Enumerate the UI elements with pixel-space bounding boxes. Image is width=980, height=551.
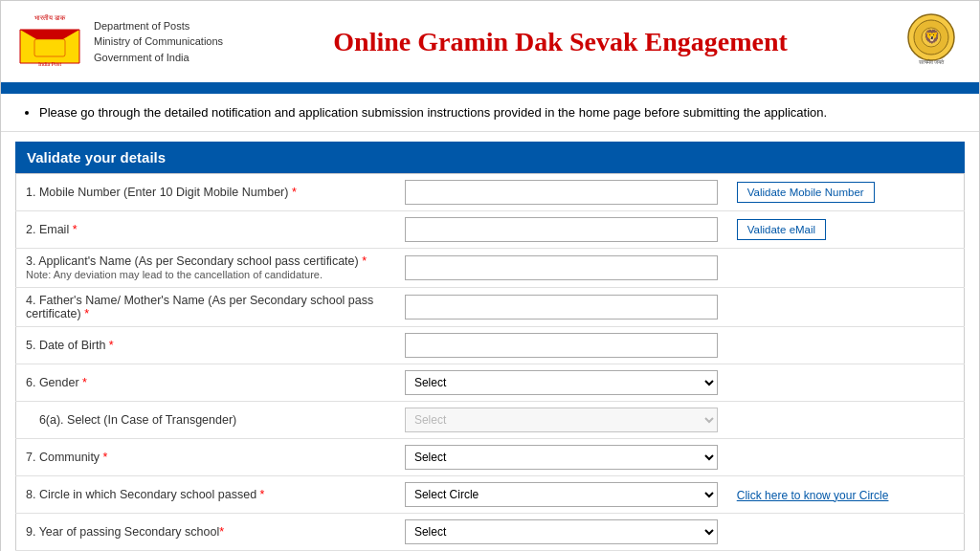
table-row: 9. Year of passing Secondary school* Sel… — [16, 514, 965, 551]
field-input-cell-mobile — [395, 174, 727, 211]
mobile-number-input[interactable] — [405, 180, 718, 205]
field-label-mobile: 1. Mobile Number (Enter 10 Digit Mobile … — [16, 174, 395, 211]
field-label-name: 3. Applicant's Name (As per Secondary sc… — [16, 249, 395, 288]
field-input-cell-transgender: Select — [395, 402, 727, 439]
page-wrapper: भारतीय डाक India Post Department of Post… — [0, 0, 980, 551]
svg-text:भारतीय डाक: भारतीय डाक — [34, 14, 66, 22]
applicant-name-input[interactable] — [405, 255, 718, 280]
table-row: 1. Mobile Number (Enter 10 Digit Mobile … — [16, 174, 965, 211]
form-section: Validate your details 1. Mobile Number (… — [1, 132, 979, 551]
field-label-dob: 5. Date of Birth * — [16, 327, 395, 364]
table-row: 6(a). Select (In Case of Transgender) Se… — [16, 402, 965, 439]
year-select[interactable]: Select — [405, 519, 718, 544]
logo-ministry: Ministry of Communications — [94, 33, 223, 50]
form-table: 1. Mobile Number (Enter 10 Digit Mobile … — [15, 173, 965, 551]
field-input-cell-gender: Select Male Female Transgender — [395, 364, 727, 402]
blue-divider — [1, 86, 979, 94]
field-label-gender: 6. Gender * — [16, 364, 395, 402]
ashoka-emblem-icon: 🦁 सत्यमेव जयते — [901, 11, 963, 73]
email-input[interactable] — [405, 217, 718, 242]
field-label-transgender: 6(a). Select (In Case of Transgender) — [16, 402, 395, 439]
table-row: 8. Circle in which Secondary school pass… — [16, 476, 965, 514]
field-action-cell-email: Validate eMail — [727, 211, 965, 249]
field-label-circle: 8. Circle in which Secondary school pass… — [16, 476, 395, 514]
field-input-cell-dob — [395, 327, 727, 364]
field-input-cell-parent-name — [395, 288, 727, 327]
field-input-cell-year: Select — [395, 514, 727, 551]
circle-select[interactable]: Select Circle — [405, 482, 718, 507]
dob-input[interactable] — [405, 333, 718, 358]
logo-govt: Government of India — [94, 50, 223, 66]
table-row: 3. Applicant's Name (As per Secondary sc… — [16, 249, 965, 288]
field-input-cell-community: Select General OBC SC ST — [395, 439, 727, 476]
header-logo: भारतीय डाक India Post Department of Post… — [15, 11, 223, 73]
field-action-cell-mobile: Validate Mobile Number — [727, 174, 965, 211]
ashoka-emblem: 🦁 सत्यमेव जयते — [898, 11, 965, 73]
svg-text:🦁: 🦁 — [923, 29, 940, 45]
field-label-community: 7. Community * — [16, 439, 395, 476]
field-label-email: 2. Email * — [16, 211, 395, 249]
notice-bar: Please go through the detailed notificat… — [1, 94, 979, 132]
field-label-year: 9. Year of passing Secondary school* — [16, 514, 395, 551]
section-title: Validate your details — [15, 142, 965, 173]
svg-text:India Post: India Post — [38, 61, 62, 67]
india-post-logo-icon: भारतीय डाक India Post — [15, 11, 84, 73]
table-row: 5. Date of Birth * — [16, 327, 965, 364]
svg-rect-4 — [34, 39, 65, 56]
table-row: 7. Community * Select General OBC SC ST — [16, 439, 965, 476]
know-circle-link[interactable]: Click here to know your Circle — [737, 489, 889, 502]
validate-email-button[interactable]: Validate eMail — [737, 219, 826, 240]
community-select[interactable]: Select General OBC SC ST — [405, 445, 718, 470]
page-title: Online Gramin Dak Sevak Engagement — [223, 27, 898, 57]
transgender-select[interactable]: Select — [405, 408, 718, 432]
logo-text-block: Department of Posts Ministry of Communic… — [94, 18, 223, 66]
svg-text:सत्यमेव जयते: सत्यमेव जयते — [917, 58, 944, 65]
table-row: 6. Gender * Select Male Female Transgend… — [16, 364, 965, 402]
notice-text: Please go through the detailed notificat… — [39, 105, 827, 120]
field-input-cell-circle: Select Circle — [395, 476, 727, 514]
logo-dept: Department of Posts — [94, 18, 223, 34]
header: भारतीय डाक India Post Department of Post… — [1, 1, 979, 86]
table-row: 4. Father's Name/ Mother's Name (As per … — [16, 288, 965, 327]
field-input-cell-name — [395, 249, 727, 288]
validate-mobile-button[interactable]: Validate Mobile Number — [737, 182, 875, 203]
table-row: 2. Email * Validate eMail — [16, 211, 965, 249]
field-label-parent-name: 4. Father's Name/ Mother's Name (As per … — [16, 288, 395, 327]
field-action-cell-circle: Click here to know your Circle — [727, 476, 965, 514]
field-input-cell-email — [395, 211, 727, 249]
parent-name-input[interactable] — [405, 295, 718, 320]
gender-select[interactable]: Select Male Female Transgender — [405, 370, 718, 395]
